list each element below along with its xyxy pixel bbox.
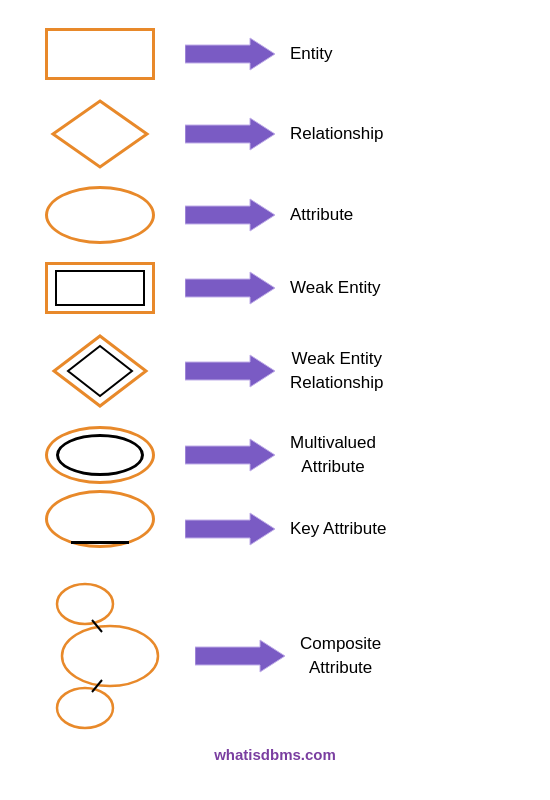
diagram: Entity Relationship Attribute — [0, 0, 550, 781]
attribute-ellipse — [45, 186, 155, 244]
entity-row: Entity — [20, 18, 530, 90]
composite-svg — [30, 576, 170, 736]
weak-entity-rel-label: Weak EntityRelationship — [280, 347, 530, 395]
entity-arrow — [180, 35, 280, 73]
weak-entity-rel-arrow — [180, 352, 280, 390]
multivalued-row: MultivaluedAttribute — [20, 418, 530, 492]
key-attr-shape — [45, 500, 155, 558]
entity-symbol — [20, 28, 180, 80]
diamond-svg — [50, 98, 150, 170]
multi-inner — [56, 434, 144, 476]
svg-marker-1 — [53, 101, 147, 167]
weak-entity-arrow — [180, 269, 280, 307]
weak-entity-rel-symbol — [20, 332, 180, 410]
weak-entity-outer — [45, 262, 155, 314]
key-underline — [71, 541, 129, 544]
svg-marker-15 — [195, 640, 285, 672]
attribute-arrow — [180, 196, 280, 234]
relationship-row: Relationship — [20, 90, 530, 178]
svg-marker-2 — [185, 118, 275, 150]
entity-rect — [45, 28, 155, 80]
key-ellipse — [45, 490, 155, 548]
svg-marker-3 — [185, 199, 275, 231]
attribute-label: Attribute — [280, 205, 530, 225]
multi-ellipse — [45, 426, 155, 484]
svg-point-12 — [62, 626, 158, 686]
watermark: whatisdbms.com — [20, 746, 530, 771]
relationship-arrow — [180, 115, 280, 153]
svg-marker-9 — [185, 513, 275, 545]
relationship-label: Relationship — [280, 124, 530, 144]
composite-label: CompositeAttribute — [290, 632, 530, 680]
svg-marker-8 — [185, 439, 275, 471]
svg-marker-4 — [185, 272, 275, 304]
double-diamond-svg — [50, 332, 150, 410]
svg-point-10 — [57, 584, 113, 624]
svg-marker-7 — [185, 355, 275, 387]
key-attr-label: Key Attribute — [280, 519, 530, 539]
weak-entity-label: Weak Entity — [280, 278, 530, 298]
attribute-row: Attribute — [20, 178, 530, 252]
weak-entity-inner — [55, 270, 145, 306]
relationship-symbol — [20, 98, 180, 170]
multivalued-arrow — [180, 436, 280, 474]
entity-label: Entity — [280, 44, 530, 64]
composite-arrow — [190, 637, 290, 675]
attribute-symbol — [20, 186, 180, 244]
svg-point-11 — [57, 688, 113, 728]
weak-entity-symbol — [20, 262, 180, 314]
weak-entity-rel-row: Weak EntityRelationship — [20, 324, 530, 418]
key-attr-row: Key Attribute — [20, 492, 530, 566]
key-attr-symbol — [20, 500, 180, 558]
composite-symbol — [20, 576, 180, 736]
weak-entity-row: Weak Entity — [20, 252, 530, 324]
svg-marker-0 — [185, 38, 275, 70]
composite-row: CompositeAttribute — [20, 566, 530, 746]
multivalued-symbol — [20, 426, 180, 484]
key-attr-arrow — [180, 510, 280, 548]
multivalued-label: MultivaluedAttribute — [280, 431, 530, 479]
